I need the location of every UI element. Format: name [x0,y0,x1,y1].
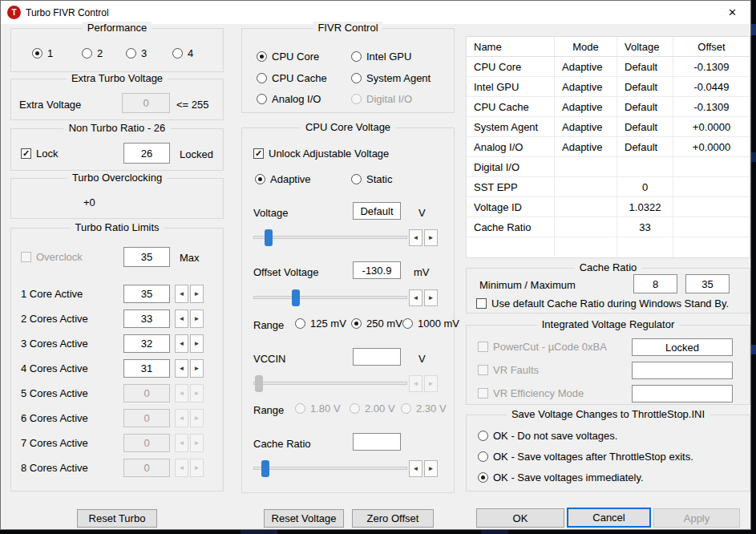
spin-right-button: ► [190,434,204,452]
ratio-row-label: 8 Cores Active [21,462,88,474]
turbo-fivr-window: T Turbo FIVR Control ✕ Performance 1 2 3… [0,0,751,530]
radio-label: Intel GPU [366,51,411,63]
spin-left-button[interactable]: ◄ [175,309,188,328]
radio-icon [255,174,265,184]
fivr-intel-gpu-radio[interactable]: Intel GPU [351,51,411,63]
spin-right-button[interactable]: ► [424,460,438,477]
range-1000mv-radio[interactable]: 1000 mV [402,318,459,330]
cell-name: CPU Cache [467,97,555,117]
voltage-slider[interactable] [253,229,407,246]
save-option-after-exit-radio[interactable]: OK - Save voltages after ThrottleStop ex… [478,451,693,463]
spin-right-button[interactable]: ► [190,285,204,303]
cell-voltage: 33 [617,217,673,237]
turbo-ratio-limits-title: Turbo Ratio Limits [71,221,164,233]
performance-3-radio[interactable]: 3 [126,47,147,59]
overclock-checkbox: Overclock [21,251,83,263]
spin-left-button[interactable]: ◄ [409,229,422,246]
range-230v-radio: 2.30 V [401,403,447,415]
reset-voltage-button[interactable]: Reset Voltage [264,509,344,528]
performance-4-radio[interactable]: 4 [172,47,193,59]
radio-icon [478,431,488,441]
save-option-immediately-radio[interactable]: OK - Save voltages immediately. [478,471,644,483]
radio-label: 1 [47,47,53,59]
performance-2-radio[interactable]: 2 [82,47,103,59]
static-radio[interactable]: Static [351,173,393,185]
radio-label: 4 [188,47,193,59]
cell-offset: +0.0000 [673,117,750,137]
ratio-row-input[interactable]: 35 [123,285,170,303]
overclock-max-input[interactable]: 35 [123,247,170,267]
spin-right-button[interactable]: ► [424,229,438,246]
spin-right-button[interactable]: ► [190,309,204,328]
fivr-cpu-core-radio[interactable]: CPU Core [257,51,319,63]
cpu-core-voltage-title: CPU Core Voltage [301,121,395,133]
close-button[interactable]: ✕ [714,1,750,24]
cell-voltage: Default [617,57,673,77]
col-header-mode: Mode [555,37,617,57]
cache-ratio-value-box[interactable] [353,433,401,451]
cell-offset [673,177,750,197]
spin-left-button[interactable]: ◄ [175,359,188,378]
vr-faults-checkbox: VR Faults [478,364,539,376]
spin-right-button[interactable]: ► [190,359,204,378]
cell-name: CPU Core [467,57,555,77]
extra-voltage-limit: <= 255 [176,99,209,111]
cache-ratio-max-input[interactable]: 35 [685,274,730,293]
fivr-digital-io-radio: Digital I/O [351,93,412,105]
fivr-system-agent-radio[interactable]: System Agent [351,72,431,84]
fivr-cpu-cache-radio[interactable]: CPU Cache [257,72,327,84]
range-125mv-radio[interactable]: 125 mV [295,318,346,330]
adaptive-radio[interactable]: Adaptive [255,173,311,185]
voltage-value-box[interactable]: Default [353,202,401,220]
table-row: CPU Core Adaptive Default -0.1309 [467,57,750,77]
spin-right-button: ► [190,384,204,403]
table-row: System Agent Adaptive Default +0.0000 [467,117,750,137]
extra-turbo-voltage-title: Extra Turbo Voltage [67,72,168,84]
slider-thumb[interactable] [261,460,269,477]
cache-ratio-min-input[interactable]: 8 [633,274,677,293]
unlock-adjustable-voltage-checkbox[interactable]: ✓ Unlock Adjustable Voltage [253,148,389,160]
radio-label: System Agent [366,72,431,84]
spin-right-button[interactable]: ► [190,334,204,353]
ratio-row-label: 1 Core Active [21,288,83,300]
fivr-analog-io-radio[interactable]: Analog I/O [257,93,321,105]
offset-voltage-slider[interactable] [253,289,407,306]
spin-left-button[interactable]: ◄ [409,460,422,477]
non-turbo-ratio-input[interactable]: 26 [123,143,170,164]
radio-label: 2.30 V [416,403,447,415]
cell-empty [467,237,555,257]
spin-left-button[interactable]: ◄ [175,334,188,353]
table-row: Digital I/O [467,157,750,177]
checkbox-label: Use default Cache Ratio during Windows S… [491,297,729,309]
radio-icon [257,51,267,62]
ratio-row-input: 0 [123,384,170,403]
spin-left-button[interactable]: ◄ [409,289,422,306]
spin-left-button: ◄ [175,409,188,427]
slider-thumb[interactable] [265,229,273,246]
cache-ratio-slider[interactable] [253,460,407,477]
spin-right-button[interactable]: ► [424,289,438,306]
slider-thumb[interactable] [292,289,300,306]
lock-checkbox[interactable]: ✓ Lock [21,148,58,160]
spin-left-button[interactable]: ◄ [175,285,188,303]
performance-1-radio[interactable]: 1 [32,47,53,59]
save-option-do-not-save-radio[interactable]: OK - Do not save voltages. [478,430,617,442]
reset-turbo-button[interactable]: Reset Turbo [77,509,157,528]
ratio-row-input[interactable]: 31 [123,359,170,378]
ratio-row-input[interactable]: 32 [123,334,170,353]
ok-button[interactable]: OK [476,508,564,528]
ratio-row-input[interactable]: 33 [123,309,170,328]
non-turbo-ratio-group: Non Turbo Ratio - 26 ✓ Lock 26 Locked [10,128,224,171]
ratio-row-input: 0 [123,459,170,477]
zero-offset-button[interactable]: Zero Offset [352,509,434,528]
cell-voltage [617,157,673,177]
cell-mode: Adaptive [555,97,617,117]
default-cache-ratio-standby-checkbox[interactable]: Use default Cache Ratio during Windows S… [476,297,729,309]
offset-voltage-value-box[interactable]: -130.9 [353,261,401,279]
range-250mv-radio[interactable]: 250 mV [351,318,402,330]
titlebar: T Turbo FIVR Control ✕ [1,1,750,24]
cancel-button[interactable]: Cancel [567,508,651,528]
radio-label: 2.00 V [365,403,395,415]
cell-name: Digital I/O [467,157,555,177]
app-icon: T [7,6,21,19]
